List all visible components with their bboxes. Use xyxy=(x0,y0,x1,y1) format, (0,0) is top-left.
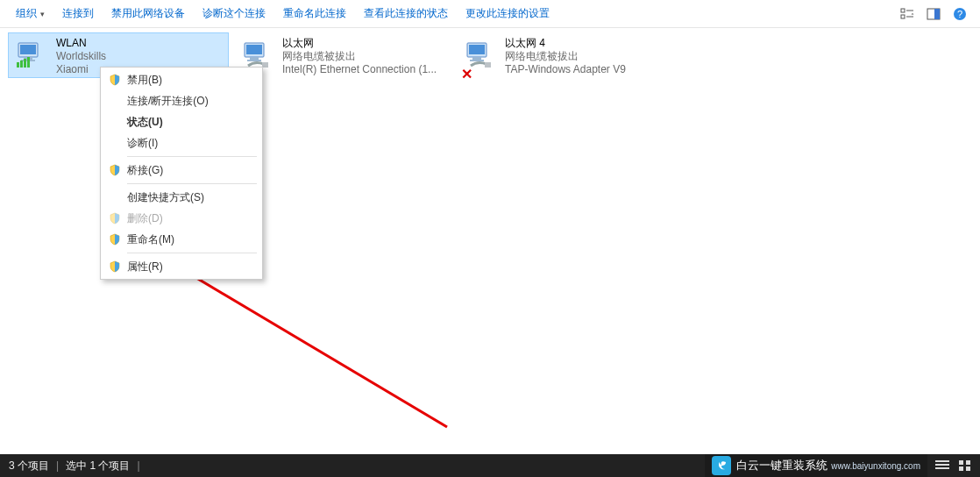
ctx-shortcut[interactable]: 创建快捷方式(S) xyxy=(103,187,260,208)
disconnected-icon: ✕ xyxy=(461,66,472,82)
watermark: 白云一键重装系统 www.baiyunxitong.com xyxy=(705,454,927,477)
toolbar-rename[interactable]: 重命名此连接 xyxy=(274,0,355,27)
ctx-label: 创建快捷方式(S) xyxy=(124,190,204,205)
svg-line-26 xyxy=(170,262,447,427)
svg-text:?: ? xyxy=(957,9,962,19)
ctx-label: 删除(D) xyxy=(124,211,163,226)
status-item-count: 3 个项目 xyxy=(9,459,49,473)
svg-rect-25 xyxy=(485,62,491,68)
watermark-logo-icon xyxy=(712,456,731,475)
help-icon[interactable]: ? xyxy=(948,3,971,25)
svg-rect-0 xyxy=(901,9,905,12)
toolbar-diagnose[interactable]: 诊断这个连接 xyxy=(194,0,274,27)
svg-rect-24 xyxy=(470,60,484,61)
shield-icon xyxy=(106,164,124,176)
separator xyxy=(127,253,257,253)
shield-icon xyxy=(106,260,124,273)
svg-rect-32 xyxy=(966,460,970,465)
ctx-disable[interactable]: 禁用(B) xyxy=(103,69,260,90)
ctx-bridge[interactable]: 桥接(G) xyxy=(103,160,260,181)
svg-rect-9 xyxy=(20,45,36,54)
svg-rect-34 xyxy=(966,466,970,471)
svg-rect-22 xyxy=(469,45,485,54)
shield-icon xyxy=(106,233,124,246)
toolbar-organize[interactable]: 组织 xyxy=(7,0,53,27)
adapter-name: 以太网 xyxy=(282,37,454,50)
adapter-ethernet-4[interactable]: 以太网 4 网络电缆被拔出 TAP-Windows Adapter V9 xyxy=(458,33,677,77)
svg-rect-30 xyxy=(935,467,949,469)
toolbar-view-status[interactable]: 查看此连接的状态 xyxy=(355,0,457,27)
svg-rect-5 xyxy=(934,9,940,19)
ctx-label: 属性(R) xyxy=(124,260,163,274)
svg-rect-17 xyxy=(246,45,262,54)
preview-pane-icon[interactable] xyxy=(922,3,945,25)
context-menu: 禁用(B) 连接/断开连接(O) 状态(U) 诊断(I) 桥接(G) 创建快捷方… xyxy=(100,67,263,280)
adapter-ethernet[interactable]: 以太网 网络电缆被拔出 Intel(R) Ethernet Connection… xyxy=(235,33,454,77)
ctx-connect[interactable]: 连接/断开连接(O) xyxy=(103,90,260,111)
ctx-diagnose[interactable]: 诊断(I) xyxy=(103,132,260,153)
adapter-icon xyxy=(9,33,53,77)
ctx-label: 状态(U) xyxy=(124,115,163,130)
ctx-delete: 删除(D) xyxy=(103,208,260,229)
svg-rect-19 xyxy=(247,60,261,61)
separator xyxy=(127,183,257,184)
ctx-rename[interactable]: 重命名(M) xyxy=(103,229,260,250)
svg-rect-13 xyxy=(20,61,23,68)
toolbar-connect-to[interactable]: 连接到 xyxy=(53,0,103,27)
separator xyxy=(127,156,257,157)
svg-rect-20 xyxy=(262,62,268,68)
svg-rect-18 xyxy=(250,57,259,60)
view-options-icon[interactable] xyxy=(896,3,919,25)
adapter-name: WLAN xyxy=(56,37,228,50)
watermark-brand: 白云一键重装系统 xyxy=(736,458,827,473)
svg-rect-12 xyxy=(17,62,19,68)
toolbar-disable-device[interactable]: 禁用此网络设备 xyxy=(103,0,194,27)
adapter-status: 网络电缆被拔出 xyxy=(282,50,454,63)
ctx-status[interactable]: 状态(U) xyxy=(103,111,260,132)
adapter-ssid: Worldskills xyxy=(56,50,228,63)
toolbar-change-settings[interactable]: 更改此连接的设置 xyxy=(457,0,558,27)
shield-icon xyxy=(106,74,124,86)
ctx-label: 禁用(B) xyxy=(124,73,162,88)
large-icons-view-icon[interactable] xyxy=(955,458,975,473)
ctx-properties[interactable]: 属性(R) xyxy=(103,256,260,277)
shield-icon xyxy=(106,212,124,224)
details-view-icon[interactable] xyxy=(933,458,952,473)
svg-rect-31 xyxy=(959,460,963,465)
adapters-view: WLAN Worldskills Xiaomi 以太网 网络电缆被拔出 Inte… xyxy=(0,28,980,454)
watermark-url: www.baiyunxitong.com xyxy=(831,461,920,471)
svg-rect-15 xyxy=(27,57,30,68)
svg-rect-1 xyxy=(901,15,905,18)
adapter-name: 以太网 4 xyxy=(505,37,677,50)
svg-rect-23 xyxy=(472,57,481,60)
svg-rect-28 xyxy=(935,460,949,462)
toolbar: 组织 连接到 禁用此网络设备 诊断这个连接 重命名此连接 查看此连接的状态 更改… xyxy=(0,0,980,28)
adapter-device: Intel(R) Ethernet Connection (1... xyxy=(282,63,454,76)
ctx-label: 桥接(G) xyxy=(124,163,163,178)
ctx-label: 重命名(M) xyxy=(124,232,174,247)
status-selected-count: 选中 1 个项目 xyxy=(66,459,130,473)
svg-rect-33 xyxy=(959,466,963,471)
ctx-label: 诊断(I) xyxy=(124,136,158,151)
ctx-label: 连接/断开连接(O) xyxy=(124,94,209,109)
adapter-status: 网络电缆被拔出 xyxy=(505,50,677,63)
adapter-device: TAP-Windows Adapter V9 xyxy=(505,63,677,76)
svg-rect-29 xyxy=(935,464,949,466)
svg-rect-14 xyxy=(24,59,26,68)
